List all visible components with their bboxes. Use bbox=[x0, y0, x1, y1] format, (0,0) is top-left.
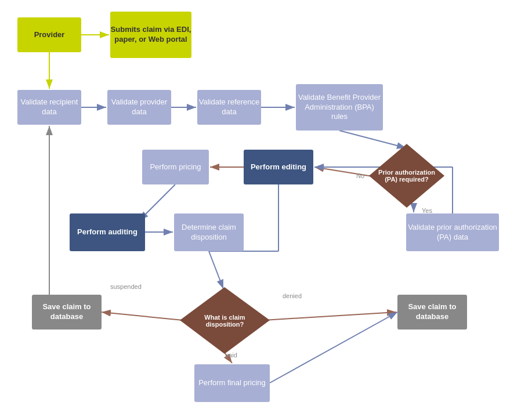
arrows-layer bbox=[0, 0, 521, 420]
perform-pricing-label: Perform pricing bbox=[150, 162, 201, 172]
denied-label: denied bbox=[283, 292, 302, 299]
save-suspended-node: Save claim to database bbox=[32, 295, 102, 330]
paid-label: paid bbox=[225, 352, 237, 359]
provider-node: Provider bbox=[17, 17, 81, 52]
perform-editing-label: Perform editing bbox=[251, 162, 306, 172]
flowchart-diagram: Provider Submits claim via EDI, paper, o… bbox=[0, 0, 521, 420]
save-denied-label: Save claim to database bbox=[397, 302, 467, 322]
prior-auth-label: Prior authorization (PA) required? bbox=[372, 169, 442, 183]
save-denied-node: Save claim to database bbox=[397, 295, 467, 330]
validate-reference-node: Validate reference data bbox=[197, 90, 261, 125]
determine-claim-label: Determine claim disposition bbox=[174, 223, 244, 242]
claim-disposition-diamond: What is claim disposition? bbox=[180, 287, 270, 354]
validate-provider-label: Validate provider data bbox=[107, 97, 171, 117]
svg-line-19 bbox=[264, 312, 396, 320]
svg-line-18 bbox=[102, 312, 183, 320]
no-label: No bbox=[356, 172, 364, 179]
prior-auth-diamond: Prior authorization (PA) required? bbox=[369, 144, 444, 208]
svg-line-10 bbox=[314, 167, 376, 177]
validate-recipient-node: Validate recipient data bbox=[17, 90, 81, 125]
validate-pa-node: Validate prior authorization (PA) data bbox=[406, 213, 499, 251]
svg-line-21 bbox=[270, 312, 397, 383]
validate-pa-label: Validate prior authorization (PA) data bbox=[406, 223, 499, 242]
perform-final-pricing-label: Perform final pricing bbox=[198, 378, 266, 388]
claim-disposition-label: What is claim disposition? bbox=[186, 314, 264, 328]
validate-bpa-label: Validate Benefit Provider Administration… bbox=[296, 93, 383, 122]
determine-claim-node: Determine claim disposition bbox=[174, 213, 244, 251]
perform-final-pricing-node: Perform final pricing bbox=[194, 364, 270, 402]
perform-auditing-node: Perform auditing bbox=[70, 213, 145, 251]
save-suspended-label: Save claim to database bbox=[32, 302, 102, 322]
validate-reference-label: Validate reference data bbox=[197, 97, 261, 117]
provider-label: Provider bbox=[34, 30, 65, 40]
svg-line-17 bbox=[209, 251, 223, 289]
suspended-label: suspended bbox=[110, 283, 142, 290]
perform-editing-node: Perform editing bbox=[244, 150, 313, 184]
yes-label: Yes bbox=[422, 207, 432, 214]
perform-pricing-node: Perform pricing bbox=[142, 150, 209, 184]
validate-provider-node: Validate provider data bbox=[107, 90, 171, 125]
validate-recipient-label: Validate recipient data bbox=[17, 97, 81, 117]
submits-claim-label: Submits claim via EDI, paper, or Web por… bbox=[110, 25, 191, 45]
submits-claim-node: Submits claim via EDI, paper, or Web por… bbox=[110, 12, 191, 58]
validate-bpa-node: Validate Benefit Provider Administration… bbox=[296, 84, 383, 131]
perform-auditing-label: Perform auditing bbox=[77, 227, 138, 237]
